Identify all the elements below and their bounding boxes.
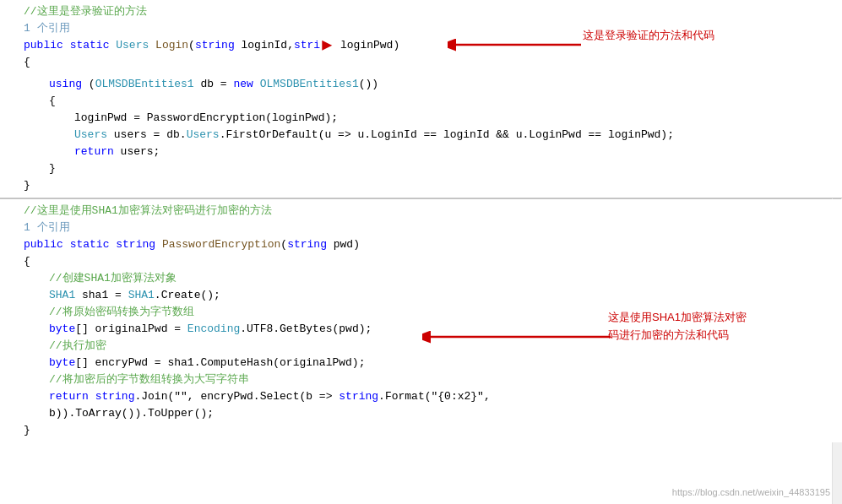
return-code-2: b)).ToArray()).ToUpper(); bbox=[49, 405, 214, 422]
annotation-bottom-text: 这是使用SHA1加密算法对密码进行加密的方法和代码 bbox=[608, 311, 747, 341]
byte2-line: byte [] encryPwd = sha1.ComputeHash(orig… bbox=[17, 355, 828, 371]
comment-text-2: //这里是使用SHA1加密算法对密码进行加密的方法 bbox=[24, 203, 272, 219]
section-bottom: //这里是使用SHA1加密算法对密码进行加密的方法 1 个引用 public s… bbox=[0, 199, 842, 442]
kw-byte-2: byte bbox=[49, 355, 75, 371]
comment-text-6: //将加密后的字节数组转换为大写字符串 bbox=[49, 371, 249, 388]
ref-line-2: 1 个引用 bbox=[17, 219, 828, 236]
comment-line-6: //将加密后的字节数组转换为大写字符串 bbox=[17, 371, 828, 388]
kw-string-3: string bbox=[95, 388, 135, 405]
kw-stri: stri bbox=[294, 37, 320, 54]
annotation-top-text: 这是登录验证的方法和代码 bbox=[583, 29, 714, 41]
main-container: //这里是登录验证的方法 1 个引用 public static Users L… bbox=[0, 0, 842, 504]
kw-return-2: return bbox=[49, 388, 89, 405]
brace-text-3: } bbox=[49, 160, 56, 177]
return-line-1: return users; bbox=[17, 144, 828, 160]
type-olmsdb2: OLMSDBEntities1 bbox=[260, 76, 359, 93]
method-login: Login bbox=[155, 37, 188, 54]
kw-string-return: string bbox=[116, 236, 155, 253]
type-encoding: Encoding bbox=[187, 321, 240, 338]
kw-new-1: new bbox=[233, 76, 253, 93]
sha1-create-line: SHA1 sha1 = SHA1 .Create(); bbox=[17, 287, 828, 304]
kw-return-1: return bbox=[74, 144, 114, 160]
brace-text-1: { bbox=[24, 54, 30, 71]
arrow-indicator-1: ▶ bbox=[322, 37, 332, 54]
kw-static-1: static bbox=[70, 37, 110, 54]
return-line-2: return string .Join("", encryPwd.Select(… bbox=[17, 388, 828, 405]
comment-text-3: //创建SHA1加密算法对象 bbox=[49, 270, 177, 287]
brace-close-1: } bbox=[17, 160, 828, 177]
comment-line-3: //创建SHA1加密算法对象 bbox=[17, 270, 828, 287]
annotation-bottom: 这是使用SHA1加密算法对密码进行加密的方法和代码 bbox=[608, 309, 747, 344]
arrow-svg-top bbox=[448, 32, 583, 57]
method-pwdenc: PasswordEncryption bbox=[162, 236, 280, 253]
brace-text-5: { bbox=[24, 253, 30, 270]
kw-static-2: static bbox=[70, 236, 110, 253]
return-line-3: b)).ToArray()).ToUpper(); bbox=[17, 405, 828, 422]
brace-open-1: { bbox=[17, 54, 828, 71]
type-users: Users bbox=[116, 37, 149, 54]
brace-open-3: { bbox=[17, 253, 828, 270]
type-sha1-2: SHA1 bbox=[128, 287, 155, 304]
comment-text-4: //将原始密码转换为字节数组 bbox=[49, 304, 194, 321]
watermark: https://blog.csdn.net/weixin_44833195 bbox=[672, 487, 830, 497]
loginpwd-line: loginPwd = PasswordEncryption(loginPwd); bbox=[17, 110, 828, 127]
ref-count-2: 1 个引用 bbox=[24, 219, 70, 236]
comment-line-1: //这里是登录验证的方法 bbox=[17, 3, 828, 20]
using-line: using ( OLMSDBEntities1 db = new OLMSDBE… bbox=[17, 76, 828, 93]
kw-public-2: public bbox=[24, 236, 63, 253]
brace-close-3: } bbox=[17, 422, 828, 439]
section-top: //这里是登录验证的方法 1 个引用 public static Users L… bbox=[0, 0, 842, 198]
brace-text-6: } bbox=[24, 422, 30, 439]
ref-count-1: 1 个引用 bbox=[24, 20, 70, 37]
kw-byte-1: byte bbox=[49, 321, 75, 338]
kw-string-2: string bbox=[287, 236, 327, 253]
kw-using: using bbox=[49, 76, 82, 93]
arrow-svg-bottom bbox=[422, 324, 612, 350]
kw-string-1: string bbox=[195, 37, 235, 54]
users-line: Users users = db. Users .FirstOrDefault(… bbox=[17, 127, 828, 144]
brace-close-2: } bbox=[17, 177, 828, 194]
type-users-2: Users bbox=[74, 127, 107, 144]
brace-text-2: { bbox=[49, 93, 56, 110]
type-users-3: Users bbox=[187, 127, 220, 144]
signature-line-2: public static string PasswordEncryption … bbox=[17, 236, 828, 253]
comment-text-1: //这里是登录验证的方法 bbox=[24, 3, 147, 20]
kw-string-4: string bbox=[339, 388, 378, 405]
type-olmsdb1: OLMSDBEntities1 bbox=[95, 76, 194, 93]
loginpwd-code: loginPwd = PasswordEncryption(loginPwd); bbox=[74, 110, 338, 127]
comment-line-2: //这里是使用SHA1加密算法对密码进行加密的方法 bbox=[17, 203, 828, 219]
comment-text-5: //执行加密 bbox=[49, 338, 106, 355]
kw-public-1: public bbox=[24, 37, 63, 54]
watermark-text: https://blog.csdn.net/weixin_44833195 bbox=[672, 487, 830, 497]
brace-text-4: } bbox=[24, 177, 30, 194]
annotation-top: 这是登录验证的方法和代码 bbox=[583, 27, 714, 44]
brace-open-2: { bbox=[17, 93, 828, 110]
type-sha1-1: SHA1 bbox=[49, 287, 75, 304]
